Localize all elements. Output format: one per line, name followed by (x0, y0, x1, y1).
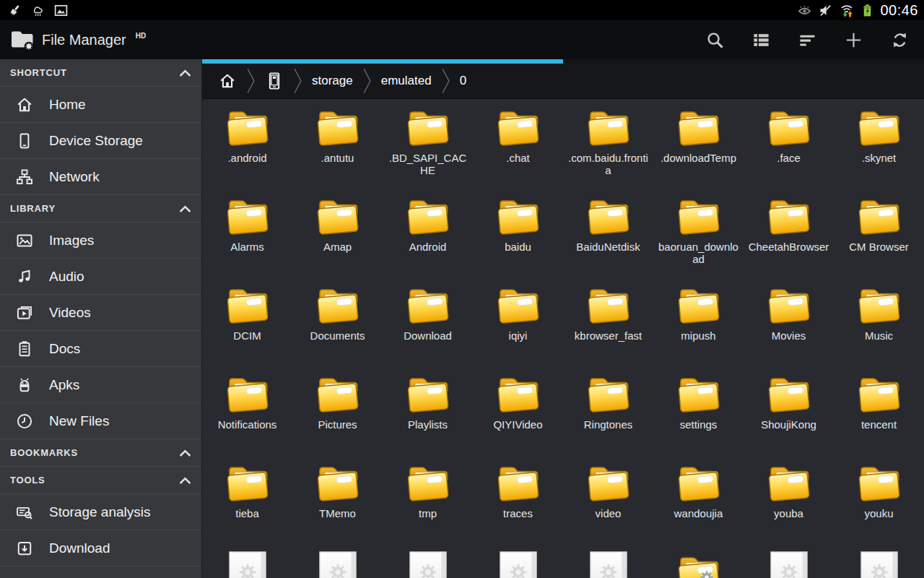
sidebar-item-icon (15, 376, 34, 394)
refresh-button[interactable] (876, 20, 923, 59)
folder-item[interactable]: Ringtones (563, 368, 653, 457)
folder-item[interactable]: ShoujiKong (744, 368, 834, 457)
folder-item[interactable]: QIYIVideo (473, 368, 563, 457)
breadcrumb-separator (292, 64, 303, 98)
toolbar-actions (692, 20, 924, 59)
sidebar-item[interactable]: Apks (0, 367, 201, 403)
sidebar-item-label: New Files (49, 413, 109, 429)
file-item[interactable] (202, 545, 292, 578)
folder-icon (583, 285, 634, 324)
folder-item[interactable]: .downloadTemp (653, 101, 744, 190)
folder-item[interactable]: Notifications (202, 368, 292, 457)
add-new-button[interactable] (830, 20, 876, 59)
folder-item[interactable]: youba (744, 457, 834, 545)
section-bookmarks[interactable]: BOOKMARKS (0, 439, 201, 467)
folder-icon (222, 196, 273, 235)
folder-item[interactable]: settings (653, 368, 744, 457)
folder-item[interactable]: CM Browser (834, 190, 924, 279)
folder-item[interactable]: wandoujia (653, 457, 744, 545)
folder-item[interactable]: Alarms (202, 190, 292, 279)
folder-item[interactable]: .chat (473, 101, 563, 190)
folder-item[interactable]: CheetahBrowser (744, 190, 834, 279)
sidebar-item[interactable]: Download (0, 530, 201, 566)
folder-name: .antutu (321, 152, 354, 165)
folder-item[interactable]: iqiyi (473, 279, 563, 368)
folder-item[interactable]: traces (473, 457, 563, 545)
file-item[interactable] (653, 545, 744, 578)
sidebar-item[interactable]: Videos (0, 295, 201, 331)
sidebar-item-icon (15, 340, 34, 358)
folder-item[interactable]: .face (744, 101, 834, 190)
sidebar-item[interactable]: New Files (0, 403, 201, 439)
folder-name: .skynet (862, 152, 897, 165)
folder-name: mipush (681, 330, 715, 342)
sidebar-item[interactable]: Audio (0, 259, 201, 295)
scan-progress-fill (202, 59, 563, 64)
breadcrumb-emulated[interactable]: emulated (372, 65, 440, 97)
sidebar-item[interactable]: Network (0, 159, 201, 195)
folder-item[interactable]: baoruan_download (653, 190, 744, 279)
sidebar-item[interactable]: Device Storage (0, 123, 201, 159)
folder-item[interactable]: Download (383, 279, 473, 368)
folder-item[interactable]: BaiduNetdisk (563, 190, 653, 279)
sidebar: SHORTCUT Home Device Storage Network LIB… (0, 59, 202, 578)
section-library[interactable]: LIBRARY (0, 195, 201, 223)
file-item[interactable] (563, 545, 653, 578)
folder-name: video (596, 508, 622, 520)
file-item[interactable] (383, 545, 473, 578)
search-button[interactable] (692, 20, 738, 59)
folder-item[interactable]: tmp (383, 457, 473, 545)
section-tools[interactable]: TOOLS (0, 467, 201, 494)
folder-item[interactable]: Playlists (383, 368, 473, 457)
file-item[interactable] (834, 545, 924, 578)
folder-name: youku (864, 508, 893, 520)
folder-item[interactable]: Documents (292, 279, 383, 368)
folder-item[interactable]: TMemo (292, 457, 383, 545)
breadcrumb-home[interactable] (209, 65, 245, 97)
folder-item[interactable]: mipush (653, 279, 744, 368)
file-item[interactable] (473, 545, 563, 578)
folder-item[interactable]: .BD_SAPI_CACHE (383, 101, 473, 190)
folder-item[interactable]: .android (202, 101, 292, 190)
folder-item[interactable]: Amap (292, 190, 383, 279)
folder-item[interactable]: kbrowser_fast (563, 279, 653, 368)
sidebar-item[interactable]: Images (0, 223, 201, 259)
breadcrumb-storage[interactable]: storage (303, 65, 362, 97)
sidebar-item[interactable]: Docs (0, 331, 201, 367)
file-grid: .android .antutu .BD_SAPI_CACHE .chat .c… (202, 99, 924, 578)
folder-item[interactable]: Android (383, 190, 473, 279)
folder-item[interactable]: Music (834, 279, 924, 368)
app-toolbar: File Manager HD (0, 20, 924, 59)
folder-name: baoruan_download (658, 241, 740, 265)
search-icon (705, 30, 725, 50)
folder-item[interactable]: DCIM (202, 279, 292, 368)
section-shortcut[interactable]: SHORTCUT (0, 59, 201, 87)
folder-item[interactable]: tencent (834, 368, 924, 457)
folder-icon (222, 462, 273, 501)
folder-item[interactable]: tieba (202, 457, 292, 545)
folder-item[interactable]: video (563, 457, 653, 545)
file-item[interactable] (292, 545, 383, 578)
folder-name: Amap (323, 241, 352, 254)
folder-item[interactable]: baidu (473, 190, 563, 279)
sidebar-item[interactable]: Storage analysis (0, 494, 201, 530)
sidebar-item-label: Home (49, 97, 86, 113)
sort-button[interactable] (784, 20, 830, 59)
view-mode-button[interactable] (738, 20, 784, 59)
chevron-up-icon (178, 477, 192, 485)
folder-item[interactable]: .com.baidu.frontia (563, 101, 653, 190)
folder-item[interactable]: .antutu (292, 101, 383, 190)
folder-item[interactable]: Movies (744, 279, 834, 368)
folder-name: iqiyi (509, 330, 528, 342)
folder-item[interactable]: .skynet (834, 101, 924, 190)
breadcrumb-device[interactable] (256, 65, 292, 97)
breadcrumb-0[interactable]: 0 (451, 65, 475, 97)
sort-lines-icon (798, 30, 817, 50)
file-item[interactable] (744, 545, 834, 578)
folder-name: youba (774, 508, 803, 520)
folder-icon (493, 107, 544, 146)
folder-item[interactable]: Pictures (292, 368, 383, 457)
sidebar-item[interactable]: Home (0, 87, 201, 123)
folder-icon (764, 462, 814, 501)
folder-item[interactable]: youku (834, 457, 924, 545)
